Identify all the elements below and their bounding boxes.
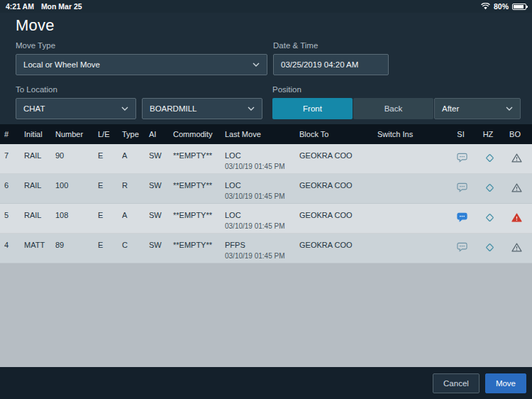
page-title: Move [16,16,521,35]
move-type-value: Local or Wheel Move [23,60,100,69]
battery-icon [512,4,526,10]
table-row[interactable]: 4 MATT 89 E C SW **EMPTY** PFPS 03/10/19… [0,234,532,263]
column-header-initial: Initial [24,130,55,138]
cell-ai: SW [149,144,173,173]
chevron-down-icon [121,106,128,111]
bo-icon[interactable] [511,182,522,193]
column-header-last-move: Last Move [225,130,299,138]
position-front-button[interactable]: Front [272,98,353,119]
table-row[interactable]: 6 RAIL 100 E R SW **EMPTY** LOC 03/10/19… [0,174,532,204]
to-location-select[interactable]: CHAT [16,98,136,119]
date-time-label: Date & Time [273,41,521,50]
last-move-date: 03/10/19 01:45 PM [225,192,297,200]
hz-icon[interactable] [484,152,495,163]
bo-icon[interactable] [511,212,522,223]
cancel-button[interactable]: Cancel [433,373,480,393]
table-row[interactable]: 7 RAIL 90 E A SW **EMPTY** LOC 03/10/19 … [0,144,532,174]
column-header-si: SI [448,130,476,138]
last-move-type: PFPS [225,241,297,249]
action-bar: Cancel Move [0,367,532,399]
wifi-icon [481,3,490,10]
hz-icon[interactable] [484,212,495,223]
to-location-value: CHAT [23,104,45,113]
column-header-ai: AI [149,130,173,138]
cell-initial: RAIL [24,174,55,203]
cell-block-to: GEOKRA COO [299,234,377,263]
cell-number: 90 [55,144,98,173]
column-header-bo: BO [503,130,530,138]
last-move-type: LOC [225,211,297,219]
cell-switch-ins [377,234,448,263]
cell-last-move: PFPS 03/10/19 01:45 PM [225,234,299,263]
cell-number: 89 [55,234,98,263]
hz-icon[interactable] [484,182,495,193]
to-location-track-value: BOARDMILL [150,104,196,113]
move-type-select[interactable]: Local or Wheel Move [16,54,267,75]
cell-block-to: GEOKRA COO [299,144,377,173]
cell-le: E [98,174,122,203]
cell-type: A [122,144,149,173]
si-icon[interactable] [457,212,468,223]
cell-switch-ins [377,174,448,203]
move-button[interactable]: Move [485,373,526,393]
status-bar: 4:21 AM Mon Mar 25 80% [0,0,532,13]
cell-le: E [98,144,122,173]
cell-initial: MATT [24,234,55,263]
last-move-date: 03/10/19 01:45 PM [225,163,297,170]
move-form: Move Move Type Local or Wheel Move Date … [0,13,532,124]
cell-last-move: LOC 03/10/19 01:45 PM [225,204,299,233]
si-icon[interactable] [457,241,468,253]
column-header-switch-ins: Switch Ins [377,130,448,138]
position-back-button[interactable]: Back [353,98,433,119]
bo-icon[interactable] [511,152,522,163]
cell-number: 100 [55,174,98,203]
to-location-track-select[interactable]: BOARDMILL [142,98,262,119]
last-move-type: LOC [225,181,297,190]
position-after-select[interactable]: After [434,98,521,119]
cell-ai: SW [149,234,173,263]
cell-le: E [98,204,122,233]
empty-content-area [0,263,532,367]
cell-ai: SW [149,204,173,233]
battery-percent-label: 80% [494,2,509,11]
hz-icon[interactable] [484,241,495,253]
column-header-commodity: Commodity [173,130,225,138]
cell-switch-ins [377,144,448,173]
column-header-number: Number [55,130,98,138]
si-icon[interactable] [457,152,468,163]
date-label: Mon Mar 25 [41,2,82,11]
move-type-label: Move Type [16,41,267,50]
date-time-input[interactable]: 03/25/2019 04:20 AM [273,54,389,75]
bo-icon[interactable] [511,241,522,253]
cell-commodity: **EMPTY** [173,144,225,173]
cell-commodity: **EMPTY** [173,174,225,203]
cell-last-move: LOC 03/10/19 01:45 PM [225,174,299,203]
cell-initial: RAIL [24,204,55,233]
chevron-down-icon [506,106,513,111]
cell-number: 108 [55,204,98,233]
si-icon[interactable] [457,182,468,193]
table-row[interactable]: 5 RAIL 108 E A SW **EMPTY** LOC 03/10/19… [0,204,532,234]
cell-ai: SW [149,174,173,203]
column-header-block-to: Block To [299,130,377,138]
cell-sequence: 7 [4,144,24,173]
chevron-down-icon [253,62,260,67]
to-location-label: To Location [16,85,267,94]
column-header-number-sign: # [4,130,24,138]
last-move-date: 03/10/19 01:45 PM [225,222,297,230]
cell-le: E [98,234,122,263]
table-header-row: # Initial Number L/E Type AI Commodity L… [0,124,532,144]
cell-sequence: 5 [4,204,24,233]
cell-block-to: GEOKRA COO [299,204,377,233]
cell-type: R [122,174,149,203]
cell-type: A [122,204,149,233]
cell-block-to: GEOKRA COO [299,174,377,203]
clock-label: 4:21 AM [6,2,34,11]
cell-commodity: **EMPTY** [173,234,225,263]
cell-switch-ins [377,204,448,233]
cell-sequence: 6 [4,174,24,203]
cell-sequence: 4 [4,234,24,263]
last-move-date: 03/10/19 01:45 PM [225,252,297,260]
column-header-le: L/E [98,130,122,138]
chevron-down-icon [248,106,255,111]
